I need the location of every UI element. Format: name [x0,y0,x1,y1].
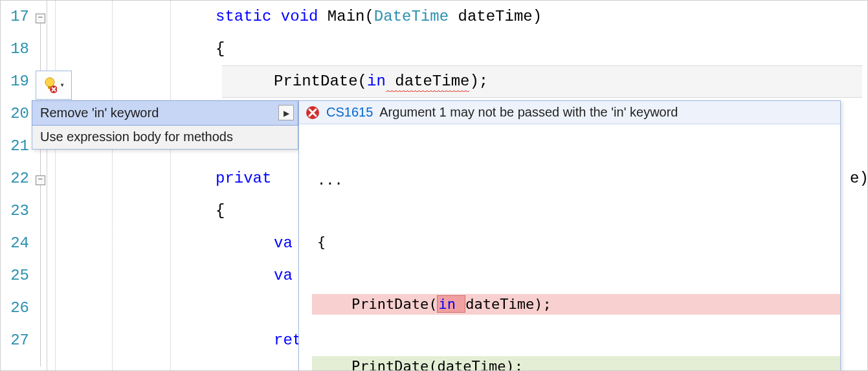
line-number: 22 [1,163,29,195]
line-number: 25 [1,260,29,292]
error-squiggle: dateTime [386,73,470,93]
code-line: PrintDate(in dateTime); [274,65,488,98]
menu-item-label: Use expression body for methods [40,129,233,144]
line-number: 24 [1,227,29,260]
fold-toggle-icon[interactable]: − [36,14,45,23]
menu-item-use-expression-body[interactable]: Use expression body for methods [32,125,298,149]
dropdown-caret-icon: ▾ [60,80,64,90]
code-line: privat [216,163,271,195]
line-number: 21 [1,130,29,163]
code-line: static void Main(DateTime dateTime) [216,1,542,33]
code-line: { [216,33,225,65]
quick-actions-lightbulb-button[interactable]: ▾ [36,71,72,100]
submenu-arrow-icon[interactable]: ▶ [278,105,294,120]
outline-margin: − − [34,1,47,370]
error-code: CS1615 [326,105,373,120]
quick-actions-menu: Remove 'in' keyword ▶ Use expression bod… [32,100,298,150]
removed-token: in [437,295,465,313]
indent-guides [47,1,177,370]
line-number: 27 [1,324,29,357]
code-line: va [274,260,293,292]
diff-preview: ... { PrintDate(in dateTime); PrintDate(… [299,124,840,371]
diff-context: { [312,232,840,253]
line-number: 23 [1,195,29,227]
line-number: 18 [1,33,29,65]
menu-item-label: Remove 'in' keyword [40,106,159,120]
error-icon [306,106,320,120]
line-number: 19 [1,65,29,98]
line-number: 20 [1,98,29,130]
diff-added-line: PrintDate(dateTime); [312,356,840,371]
line-number: 17 [1,1,29,33]
line-number-gutter: 17 18 19 20 21 22 23 24 25 26 27 [1,1,34,370]
diff-removed-line: PrintDate(in dateTime); [312,294,840,315]
code-line: va [274,227,293,260]
svg-point-0 [45,78,54,87]
fold-toggle-icon[interactable]: − [36,175,45,185]
fold-guide [40,185,41,366]
code-line: { [216,195,225,227]
error-message: Argument 1 may not be passed with the 'i… [379,105,678,120]
line-number: 26 [1,292,29,324]
error-header: CS1615 Argument 1 may not be passed with… [299,101,840,124]
diff-ellipsis: ... [312,170,840,190]
code-fix-preview-panel: CS1615 Argument 1 may not be passed with… [298,100,841,371]
lightbulb-error-icon [43,77,57,94]
code-line: e) [850,163,868,195]
menu-item-remove-in-keyword[interactable]: Remove 'in' keyword ▶ [32,100,298,126]
